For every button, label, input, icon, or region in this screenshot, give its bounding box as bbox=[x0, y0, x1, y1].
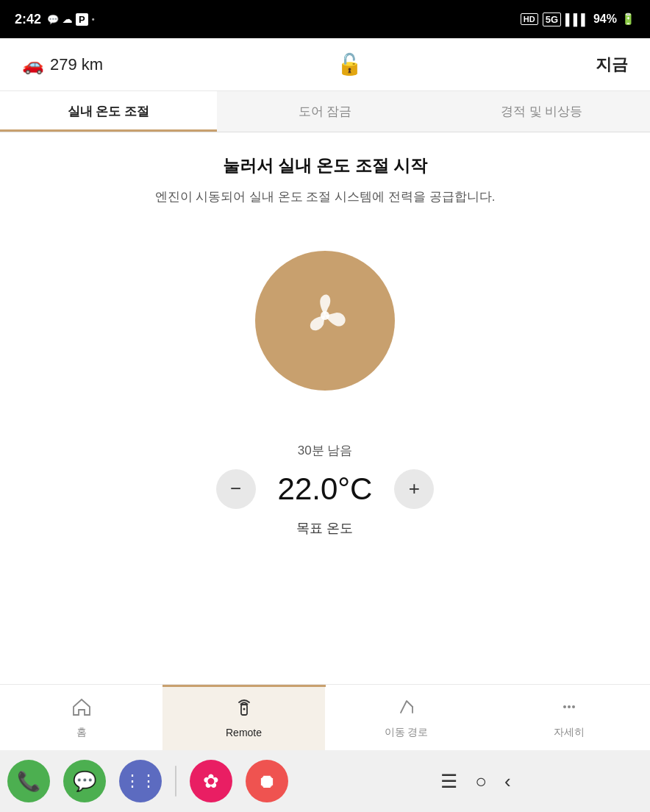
increase-temp-button[interactable]: + bbox=[394, 469, 434, 509]
svg-point-0 bbox=[321, 311, 329, 320]
main-subtitle: 엔진이 시동되어 실내 온도 조절 시스템에 전력을 공급합니다. bbox=[155, 188, 496, 207]
temp-controls: − 22.0°C + bbox=[216, 469, 435, 509]
status-time: 2:42 bbox=[15, 12, 41, 27]
dock-divider bbox=[175, 766, 176, 797]
distance-display: 🚗 279 km bbox=[22, 54, 103, 75]
phone-icon: 📞 bbox=[17, 770, 40, 793]
message-icon: 💬 bbox=[73, 770, 96, 793]
svg-point-4 bbox=[568, 705, 571, 708]
temp-label: 목표 온도 bbox=[296, 519, 353, 537]
time-label: 지금 bbox=[596, 54, 628, 76]
battery-icon: 🔋 bbox=[621, 13, 635, 26]
distance-value: 279 km bbox=[50, 55, 103, 74]
hd-label: HD bbox=[521, 13, 538, 25]
svg-point-2 bbox=[243, 708, 245, 710]
nav-remote[interactable]: Remote bbox=[162, 685, 325, 750]
time-remaining: 30분 남음 bbox=[298, 442, 353, 459]
nav-route[interactable]: 이동 경로 bbox=[325, 685, 488, 750]
fan-icon bbox=[296, 286, 354, 355]
battery-level: 94% bbox=[593, 13, 617, 26]
status-right: HD 5G ▌▌▌ 94% 🔋 bbox=[521, 13, 635, 26]
main-title: 눌러서 실내 온도 조절 시작 bbox=[223, 154, 428, 177]
nav-active-indicator bbox=[162, 685, 326, 687]
tab-temp-label: 실내 온도 조절 bbox=[68, 103, 149, 120]
fan-start-button[interactable] bbox=[255, 251, 395, 391]
nav-home[interactable]: 홈 bbox=[0, 685, 162, 750]
system-dock: 📞 💬 ⋮⋮ ✿ ⏺ ☰ ○ ‹ bbox=[0, 750, 650, 812]
dock-apps[interactable]: ⋮⋮ bbox=[119, 760, 162, 802]
flower-icon: ✿ bbox=[203, 770, 219, 793]
camera-icon: ⏺ bbox=[257, 770, 276, 793]
dock-phone[interactable]: 📞 bbox=[7, 760, 50, 802]
svg-point-3 bbox=[563, 705, 566, 708]
nav-detail-label: 자세히 bbox=[554, 726, 585, 739]
status-icons: 💬 ☁ P • bbox=[47, 13, 95, 26]
signal-label: 5G bbox=[543, 13, 561, 26]
tab-alarm-label: 경적 및 비상등 bbox=[501, 103, 582, 120]
home-icon bbox=[71, 697, 92, 722]
apps-icon: ⋮⋮ bbox=[124, 772, 157, 791]
tab-bar: 실내 온도 조절 도어 잠금 경적 및 비상등 bbox=[0, 91, 650, 132]
nav-route-label: 이동 경로 bbox=[385, 726, 429, 739]
route-icon bbox=[396, 697, 417, 722]
temperature-value: 22.0°C bbox=[278, 471, 373, 507]
decrease-temp-button[interactable]: − bbox=[216, 469, 256, 509]
tab-door-lock[interactable]: 도어 잠금 bbox=[217, 91, 434, 132]
status-left: 2:42 💬 ☁ P • bbox=[15, 12, 95, 27]
remote-icon bbox=[234, 697, 254, 723]
signal-bars: ▌▌▌ bbox=[565, 13, 589, 26]
android-menu-btn[interactable]: ☰ bbox=[440, 770, 457, 793]
tab-door-label: 도어 잠금 bbox=[299, 103, 352, 120]
nav-home-label: 홈 bbox=[76, 726, 87, 739]
p-icon: P bbox=[76, 13, 88, 26]
dock-flower[interactable]: ✿ bbox=[190, 760, 232, 802]
android-home-btn[interactable]: ○ bbox=[475, 770, 487, 793]
dock-message[interactable]: 💬 bbox=[63, 760, 106, 802]
tab-temp-control[interactable]: 실내 온도 조절 bbox=[0, 91, 217, 132]
bottom-nav: 홈 Remote 이동 경로 bbox=[0, 684, 650, 750]
tab-alarm[interactable]: 경적 및 비상등 bbox=[433, 91, 650, 132]
temperature-section: 30분 남음 − 22.0°C + 목표 온도 bbox=[216, 442, 435, 537]
svg-point-5 bbox=[572, 705, 575, 708]
car-icon: 🚗 bbox=[22, 54, 44, 75]
nav-detail[interactable]: 자세히 bbox=[488, 685, 650, 750]
dock-camera[interactable]: ⏺ bbox=[246, 760, 288, 802]
header-bar: 🚗 279 km 🔓 지금 bbox=[0, 38, 650, 91]
android-back-btn[interactable]: ‹ bbox=[504, 770, 511, 793]
detail-icon bbox=[559, 697, 579, 722]
system-buttons: ☰ ○ ‹ bbox=[301, 770, 643, 793]
lock-icon: 🔓 bbox=[337, 52, 362, 76]
main-content: 눌러서 실내 온도 조절 시작 엔진이 시동되어 실내 온도 조절 시스템에 전… bbox=[0, 132, 650, 552]
nav-remote-label: Remote bbox=[226, 727, 262, 738]
status-bar: 2:42 💬 ☁ P • HD 5G ▌▌▌ 94% 🔋 bbox=[0, 0, 650, 38]
